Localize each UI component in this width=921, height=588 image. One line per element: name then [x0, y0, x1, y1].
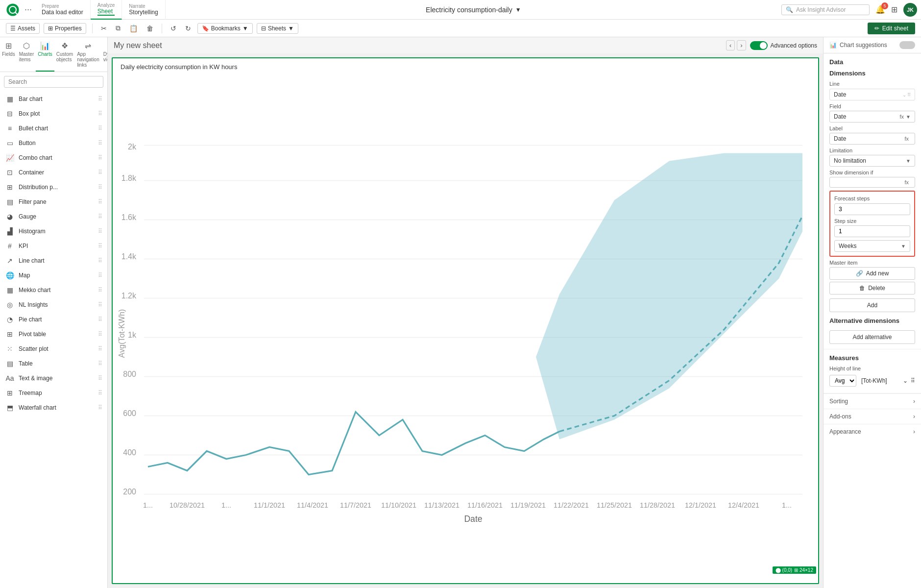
app-menu-dots[interactable]: ···	[22, 4, 35, 15]
add-new-master-item-button[interactable]: 🔗 Add new	[829, 267, 915, 280]
redo-button[interactable]: ↻	[183, 23, 194, 34]
properties-button[interactable]: ⊞ Properties	[44, 23, 86, 34]
show-dimension-input[interactable]: fx	[829, 177, 915, 188]
dropdown-arrow: ▼	[906, 114, 911, 120]
qlik-logo[interactable]	[4, 1, 22, 19]
fields-icon: ⊞	[5, 41, 12, 50]
list-item-gauge[interactable]: ◕ Gauge ⠿	[0, 209, 107, 224]
list-item-waterfall-chart[interactable]: ⬒ Waterfall chart ⠿	[0, 400, 107, 415]
list-item-scatter-plot[interactable]: ⁙ Scatter plot ⠿	[0, 342, 107, 356]
search-input[interactable]	[4, 76, 103, 88]
sidebar-tab-master-items[interactable]: ⬡ Master items	[17, 37, 36, 72]
delete-button[interactable]: 🗑	[144, 23, 156, 34]
step-size-label: Step size	[834, 218, 910, 224]
fx-icon-2: fx	[904, 136, 909, 142]
insight-advisor-search[interactable]: 🔍 Ask Insight Advisor	[781, 4, 870, 15]
add-ons-header[interactable]: Add-ons ›	[824, 409, 921, 424]
undo-button[interactable]: ↺	[168, 23, 179, 34]
list-item-kpi[interactable]: # KPI ⠿	[0, 239, 107, 253]
svg-text:Avg(Tot-KWh): Avg(Tot-KWh)	[118, 309, 126, 358]
svg-text:11/19/2021: 11/19/2021	[510, 501, 546, 509]
list-item-bullet-chart[interactable]: ≡ Bullet chart ⠿	[0, 121, 107, 136]
sidebar-search[interactable]	[0, 72, 107, 92]
add-dimension-button[interactable]: Add	[829, 298, 915, 312]
nav-narrate[interactable]: Narrate Storytelling	[122, 0, 165, 20]
prev-sheet-button[interactable]: ‹	[726, 40, 735, 50]
list-item-distribution-plot[interactable]: ⊞ Distribution p... ⠿	[0, 180, 107, 195]
add-alternative-button[interactable]: Add alternative	[829, 330, 915, 344]
drag-handle-icon: ⠿	[98, 375, 102, 382]
notifications-button[interactable]: 🔔 5	[875, 5, 885, 14]
advanced-options-switch[interactable]	[750, 41, 768, 50]
list-item-mekko-chart[interactable]: ▦ Mekko chart ⠿	[0, 283, 107, 297]
sidebar-tab-custom-objects[interactable]: ❖ Custom objects	[54, 37, 75, 72]
appearance-chevron: ›	[913, 428, 915, 435]
next-sheet-button[interactable]: ›	[737, 40, 746, 50]
list-item-nl-insights[interactable]: ◎ NL Insights ⠿	[0, 297, 107, 312]
chart-size: ⊞ 24×12	[794, 567, 813, 573]
alt-dimensions-title: Alternative dimensions	[829, 317, 915, 324]
list-item-button[interactable]: ▭ Button ⠿	[0, 136, 107, 150]
sidebar-tab-fields[interactable]: ⊞ Fields	[0, 37, 17, 72]
paste-button[interactable]: 📋	[127, 23, 140, 34]
sidebar-tab-dynamic-views[interactable]: ◫ Dynamic views	[101, 37, 108, 72]
delete-button-dimension[interactable]: 🗑 Delete	[829, 282, 915, 294]
list-item-bar-chart[interactable]: ▦ Bar chart ⠿	[0, 92, 107, 106]
sheets-button[interactable]: ⊟ Sheets ▼	[257, 23, 298, 34]
app-title[interactable]: Electricity consumption-daily ▼	[166, 6, 781, 14]
line-chart-icon: ↗	[5, 257, 15, 265]
date-dimension-row[interactable]: Date ⌄ ⠿	[829, 89, 915, 100]
list-item-table[interactable]: ▤ Table ⠿	[0, 356, 107, 371]
svg-text:12/1/2021: 12/1/2021	[685, 501, 716, 509]
list-item-combo-chart[interactable]: 📈 Combo chart ⠿	[0, 150, 107, 165]
nav-prepare[interactable]: Prepare Data load editor	[35, 0, 91, 20]
svg-text:400: 400	[123, 448, 136, 457]
apps-grid-button[interactable]: ⊞	[891, 5, 897, 14]
sidebar-tab-app-nav[interactable]: ⇌ App navigation links	[75, 37, 101, 72]
field-dropdown[interactable]: Date fx ▼	[829, 111, 915, 122]
scatter-plot-icon: ⁙	[5, 345, 15, 353]
list-item-box-plot[interactable]: ⊟ Box plot ⠿	[0, 106, 107, 121]
sidebar-tab-charts[interactable]: 📊 Charts	[36, 37, 54, 72]
list-item-treemap[interactable]: ⊞ Treemap ⠿	[0, 386, 107, 400]
left-sidebar: ⊞ Fields ⬡ Master items 📊 Charts ❖ Custo…	[0, 37, 108, 588]
list-item-histogram[interactable]: ▟ Histogram ⠿	[0, 224, 107, 239]
master-items-icon: ⬡	[23, 41, 30, 50]
measures-title: Measures	[829, 354, 915, 362]
limitation-dropdown[interactable]: No limitation ▼	[829, 155, 915, 167]
chart-suggestions-toggle[interactable]	[899, 41, 915, 49]
data-section-title: Data	[829, 58, 915, 66]
svg-text:11/7/2021: 11/7/2021	[340, 501, 371, 509]
svg-text:10/28/2021: 10/28/2021	[170, 501, 205, 509]
list-item-pie-chart[interactable]: ◔ Pie chart ⠿	[0, 312, 107, 327]
edit-sheet-button[interactable]: ✏ Edit sheet	[868, 23, 915, 34]
chart-coordinates: ⬤ (0,0)	[776, 567, 792, 573]
nav-analyze[interactable]: Analyze Sheet	[91, 0, 122, 20]
assets-button[interactable]: ☰ Assets	[6, 23, 40, 34]
expand-icon: ⌄	[902, 92, 906, 98]
dimensions-title: Dimensions	[829, 70, 915, 77]
weeks-dropdown[interactable]: Weeks ▼	[834, 240, 910, 252]
list-item-line-chart[interactable]: ↗ Line chart ⠿	[0, 253, 107, 268]
sorting-header[interactable]: Sorting ›	[824, 394, 921, 409]
list-item-text-image[interactable]: Aa Text & image ⠿	[0, 371, 107, 386]
right-panel: 📊 Chart suggestions Data Dimensions Line…	[823, 37, 921, 588]
chart-suggestions-label: 📊 Chart suggestions	[829, 42, 887, 49]
avg-select[interactable]: Avg	[829, 375, 856, 387]
user-avatar[interactable]: JK	[903, 3, 917, 17]
list-item-container[interactable]: ⊡ Container ⠿	[0, 165, 107, 180]
appearance-header[interactable]: Appearance ›	[824, 424, 921, 439]
bookmarks-button[interactable]: 🔖 Bookmarks ▼	[197, 23, 253, 34]
list-item-pivot-table[interactable]: ⊞ Pivot table ⠿	[0, 327, 107, 342]
appearance-section: Appearance ›	[824, 424, 921, 439]
cut-button[interactable]: ✂	[98, 23, 109, 34]
box-plot-icon: ⊟	[5, 110, 15, 118]
copy-button[interactable]: ⧉	[113, 23, 123, 34]
list-item-map[interactable]: 🌐 Map ⠿	[0, 268, 107, 283]
list-item-filter-pane[interactable]: ▤ Filter pane ⠿	[0, 195, 107, 209]
step-size-input[interactable]	[834, 225, 910, 237]
toolbar-separator	[92, 24, 93, 33]
drag-handle-icon: ⠿	[98, 184, 102, 191]
label-input[interactable]: Date fx	[829, 133, 915, 145]
forecast-steps-input[interactable]	[834, 203, 910, 215]
